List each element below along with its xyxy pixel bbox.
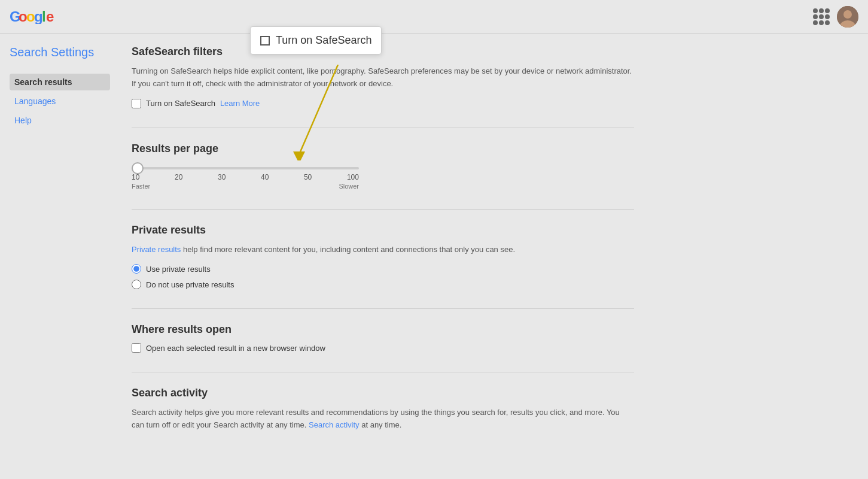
grid-dot-2	[819, 8, 824, 13]
private-results-link[interactable]: Private results	[132, 245, 181, 254]
grid-dot-9	[825, 20, 830, 25]
grid-dot-4	[813, 14, 818, 19]
tick-10: 10	[132, 173, 139, 181]
divider-4	[132, 372, 634, 372]
slider-ticks: 10 20 30 40 50 100	[132, 173, 359, 181]
grid-dot-3	[825, 8, 830, 13]
header-right	[813, 6, 858, 28]
safesearch-desc: Turning on SafeSearch helps hide explici…	[132, 65, 634, 90]
search-activity-desc: Search activity helps give you more rele…	[132, 407, 634, 432]
private-results-title: Private results	[132, 224, 634, 237]
search-activity-title: Search activity	[132, 387, 634, 399]
sidebar-item-help[interactable]: Help	[10, 112, 110, 129]
no-private-row: Do not use private results	[132, 280, 634, 289]
tooltip-checkbox-icon	[260, 36, 270, 46]
use-private-radio[interactable]	[132, 264, 141, 274]
svg-text:l: l	[42, 10, 46, 24]
safesearch-checkbox-label[interactable]: Turn on SafeSearch	[146, 99, 215, 108]
use-private-label[interactable]: Use private results	[146, 265, 211, 274]
svg-marker-1	[293, 151, 305, 160]
grid-dot-1	[813, 8, 818, 13]
sidebar-item-search-results[interactable]: Search results	[10, 74, 110, 90]
safesearch-tooltip: Turn on SafeSearch	[250, 26, 382, 54]
sidebar-nav: Search results Languages Help	[10, 74, 110, 129]
divider-1	[132, 128, 634, 128]
private-results-desc: Private results help find more relevant …	[132, 244, 634, 256]
private-results-radio-group: Use private results Do not use private r…	[132, 264, 634, 289]
grid-dot-7	[813, 20, 818, 25]
new-window-checkbox-row: Open each selected result in a new brows…	[132, 343, 634, 353]
tooltip-label: Turn on SafeSearch	[276, 34, 371, 47]
results-slider-container: 10 20 30 40 50 100 Faster Slower	[132, 167, 634, 190]
safesearch-section: SafeSearch filters Turning on SafeSearch…	[132, 46, 634, 108]
svg-point-9	[843, 10, 852, 19]
learn-more-link[interactable]: Learn More	[220, 99, 260, 108]
safesearch-checkbox-row: Turn on SafeSearch Learn More	[132, 99, 634, 108]
apps-icon[interactable]	[813, 8, 830, 25]
slider-labels: Faster Slower	[132, 183, 359, 190]
search-activity-section: Search activity Search activity helps gi…	[132, 387, 634, 432]
no-private-label[interactable]: Do not use private results	[146, 280, 234, 289]
avatar[interactable]	[837, 6, 858, 28]
faster-label: Faster	[132, 183, 150, 190]
grid-dot-6	[825, 14, 830, 19]
tick-30: 30	[218, 173, 226, 181]
sidebar: Search Settings Search results Languages…	[0, 34, 120, 479]
header-left: G o o g l e	[10, 10, 54, 24]
private-results-desc-suffix: help find more relevant content for you,…	[183, 245, 515, 254]
results-per-page-title: Results per page	[132, 143, 634, 155]
where-results-section: Where results open Open each selected re…	[132, 323, 634, 353]
no-private-radio[interactable]	[132, 280, 141, 289]
where-results-title: Where results open	[132, 323, 634, 336]
new-window-checkbox[interactable]	[132, 343, 141, 353]
new-window-label[interactable]: Open each selected result in a new brows…	[146, 344, 325, 353]
page-title: Search Settings	[10, 46, 110, 59]
grid-dot-5	[819, 14, 824, 19]
tooltip-arrow	[293, 65, 371, 160]
svg-text:e: e	[46, 10, 54, 24]
use-private-row: Use private results	[132, 264, 634, 274]
slower-label: Slower	[339, 183, 359, 190]
header: G o o g l e	[0, 0, 868, 34]
divider-2	[132, 209, 634, 210]
google-logo[interactable]: G o o g l e	[10, 10, 54, 24]
tick-20: 20	[175, 173, 182, 181]
search-activity-desc-end: at any time.	[361, 420, 401, 429]
slider-track	[132, 167, 359, 169]
page: Search Settings Search results Languages…	[0, 34, 868, 479]
safesearch-checkbox[interactable]	[132, 99, 141, 108]
main-content: SafeSearch filters Turning on SafeSearch…	[120, 34, 658, 479]
search-activity-link[interactable]: Search activity	[309, 420, 360, 429]
sidebar-item-languages[interactable]: Languages	[10, 93, 110, 110]
divider-3	[132, 308, 634, 309]
grid-dot-8	[819, 20, 824, 25]
tick-40: 40	[261, 173, 269, 181]
slider-thumb[interactable]	[132, 162, 144, 174]
safesearch-title: SafeSearch filters	[132, 46, 634, 58]
svg-line-0	[299, 65, 338, 154]
private-results-section: Private results Private results help fin…	[132, 224, 634, 290]
tick-50: 50	[304, 173, 312, 181]
tick-100: 100	[347, 173, 359, 181]
results-per-page-section: Results per page 10 20 30 40 50 100 Fast…	[132, 143, 634, 190]
